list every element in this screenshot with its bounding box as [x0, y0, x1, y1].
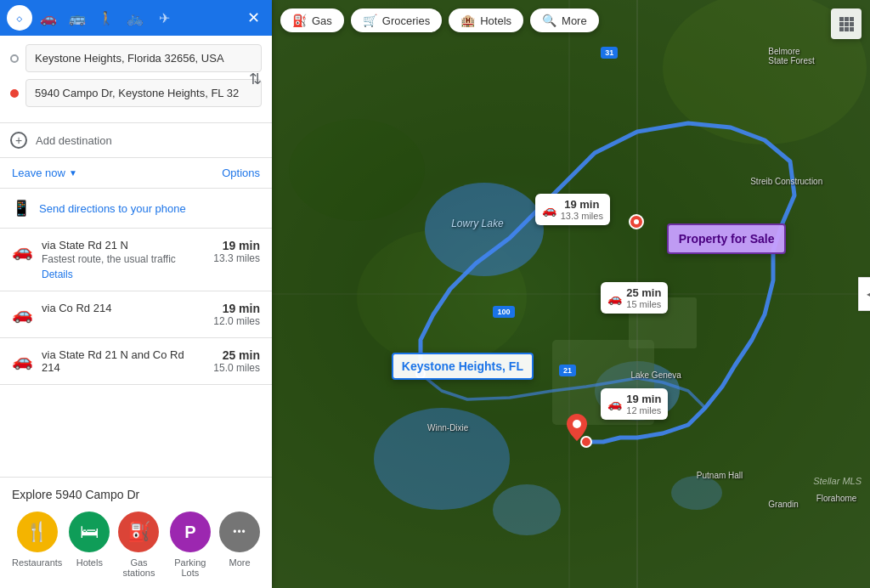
- swap-button[interactable]: ⇅: [249, 70, 262, 88]
- svg-rect-20: [845, 22, 849, 26]
- gas-icon: ⛽: [118, 512, 159, 552]
- more-pill-icon: 🔍: [542, 14, 556, 27]
- bubble-car-icon-1: 🚗: [542, 203, 556, 217]
- explore-gas[interactable]: ⛽ Gas stations: [116, 512, 161, 578]
- transport-mode-bar: ⬦ 🚗 🚌 🚶 🚲 ✈ ✕: [0, 0, 272, 36]
- destination-row: [10, 79, 262, 107]
- bubble-time-3: 19 min: [626, 393, 661, 405]
- restaurant-icon: 🍴: [17, 512, 58, 552]
- route-sub-1: Fastest route, the usual traffic: [42, 253, 205, 265]
- groceries-pill-icon: 🛒: [363, 14, 377, 27]
- mode-walk[interactable]: 🚶: [93, 5, 119, 31]
- add-destination-label: Add destination: [36, 134, 112, 147]
- collapse-panel-button[interactable]: ◀: [858, 277, 870, 311]
- leave-now-label: Leave now: [12, 167, 65, 179]
- marker-svg: [567, 414, 587, 441]
- explore-section: Explore 5940 Campo Dr 🍴 Restaurants 🛏 Ho…: [0, 477, 272, 588]
- gas-pill-icon: ⛽: [292, 14, 307, 27]
- filter-more-label: More: [562, 14, 587, 27]
- close-button[interactable]: ✕: [241, 6, 265, 30]
- route-time-2: 19 min: [213, 302, 260, 315]
- parking-icon: P: [170, 512, 211, 552]
- bubble-car-icon-2: 🚗: [607, 291, 622, 305]
- route-name-2: via Co Rd 214: [42, 302, 205, 314]
- add-destination-row[interactable]: + Add destination: [0, 123, 272, 158]
- origin-input[interactable]: [25, 44, 262, 72]
- map-area[interactable]: ⛽ Gas 🛒 Groceries 🏨 Hotels 🔍 More: [272, 0, 870, 588]
- route-meta-3: 25 min 15.0 miles: [213, 348, 260, 374]
- filter-gas-label: Gas: [312, 14, 332, 27]
- mode-car[interactable]: 🚗: [36, 5, 61, 31]
- bubble-dist-1: 13.3 miles: [561, 211, 603, 221]
- grid-icon-svg: [838, 15, 855, 32]
- mode-transit[interactable]: 🚌: [65, 5, 90, 31]
- explore-more[interactable]: ••• More: [219, 512, 260, 578]
- svg-rect-19: [839, 22, 844, 26]
- bubble-time-1: 19 min: [561, 198, 603, 211]
- route-details-link-1[interactable]: Details: [42, 269, 205, 280]
- destination-dot: [10, 89, 19, 98]
- explore-parking[interactable]: P Parking Lots: [168, 512, 212, 578]
- google-apps-icon[interactable]: [831, 8, 862, 39]
- streib-label: Streib Construction: [750, 177, 822, 186]
- filter-more[interactable]: 🔍 More: [530, 8, 599, 32]
- route-meta-2: 19 min 12.0 miles: [213, 302, 260, 327]
- svg-rect-22: [839, 27, 844, 31]
- explore-hotels-label: Hotels: [76, 557, 103, 568]
- bubble-time-2: 25 min: [626, 286, 661, 299]
- mode-bike[interactable]: 🚲: [122, 5, 148, 31]
- mode-directions[interactable]: ⬦: [7, 5, 32, 31]
- mode-flight[interactable]: ✈: [151, 5, 177, 31]
- svg-rect-17: [845, 17, 849, 21]
- route-dist-1: 13.3 miles: [213, 252, 260, 264]
- route-bubble-1: 🚗 19 min 13.3 miles: [535, 194, 610, 225]
- winn-dixie-label: Winn-Dixie: [427, 423, 468, 433]
- svg-rect-23: [845, 27, 849, 31]
- route-info-2: via Co Rd 214: [42, 302, 205, 314]
- destination-input[interactable]: [25, 79, 262, 107]
- svg-rect-21: [850, 22, 854, 26]
- route-info-3: via State Rd 21 N and Co Rd 214: [42, 348, 205, 374]
- bubble-info-3: 19 min 12 miles: [626, 393, 661, 416]
- property-for-sale-label[interactable]: Property for Sale: [667, 223, 787, 254]
- car-icon-2: 🚗: [12, 303, 33, 324]
- origin-row: [10, 44, 262, 72]
- send-to-phone-row[interactable]: 📱 Send directions to your phone: [0, 189, 272, 229]
- filter-groceries[interactable]: 🛒 Groceries: [351, 8, 442, 32]
- more-icon: •••: [219, 512, 260, 552]
- road-badge-21: 21: [559, 365, 576, 376]
- explore-parking-label: Parking Lots: [168, 557, 212, 578]
- filter-gas[interactable]: ⛽ Gas: [280, 8, 344, 32]
- car-icon-1: 🚗: [12, 240, 33, 261]
- stellar-mls-watermark: Stellar MLS: [813, 476, 862, 486]
- svg-rect-18: [850, 17, 854, 21]
- route-list: 🚗 via State Rd 21 N Fastest route, the u…: [0, 229, 272, 477]
- route-bubble-2: 🚗 25 min 15 miles: [601, 282, 668, 314]
- leave-now-button[interactable]: Leave now ▼: [12, 167, 77, 179]
- grandin-label: Grandin: [768, 500, 799, 509]
- directions-panel: ⬦ 🚗 🚌 🚶 🚲 ✈ ✕ ⇅ + Add destination Leave …: [0, 0, 272, 588]
- bubble-car-icon-3: 🚗: [607, 397, 622, 410]
- explore-hotels[interactable]: 🛏 Hotels: [69, 512, 110, 578]
- route-name-3: via State Rd 21 N and Co Rd 214: [42, 348, 205, 374]
- options-button[interactable]: Options: [222, 167, 260, 179]
- putnam-hall-label: Putnam Hall: [697, 471, 743, 480]
- road-badge-100: 100: [493, 306, 514, 318]
- svg-point-27: [634, 219, 639, 224]
- filter-hotels[interactable]: 🏨 Hotels: [449, 8, 523, 32]
- explore-restaurants[interactable]: 🍴 Restaurants: [12, 512, 62, 578]
- keystone-heights-label: Keystone Heights, FL: [392, 353, 534, 380]
- explore-restaurants-label: Restaurants: [12, 557, 62, 568]
- route-item-3[interactable]: 🚗 via State Rd 21 N and Co Rd 214 25 min…: [0, 338, 272, 385]
- bubble-dist-3: 12 miles: [626, 405, 661, 416]
- route-dist-3: 15.0 miles: [213, 362, 260, 374]
- route-item-2[interactable]: 🚗 via Co Rd 214 19 min 12.0 miles: [0, 291, 272, 338]
- belmore-forest-label: BelmoreState Forest: [768, 47, 814, 65]
- lowry-lake-label: Lowry Lake: [451, 218, 503, 229]
- route-name-1: via State Rd 21 N: [42, 239, 205, 252]
- bubble-info-1: 19 min 13.3 miles: [561, 198, 603, 221]
- route-item-1[interactable]: 🚗 via State Rd 21 N Fastest route, the u…: [0, 229, 272, 291]
- phone-icon: 📱: [12, 199, 31, 218]
- origin-dot: [10, 54, 19, 63]
- hotels-pill-icon: 🏨: [460, 14, 475, 27]
